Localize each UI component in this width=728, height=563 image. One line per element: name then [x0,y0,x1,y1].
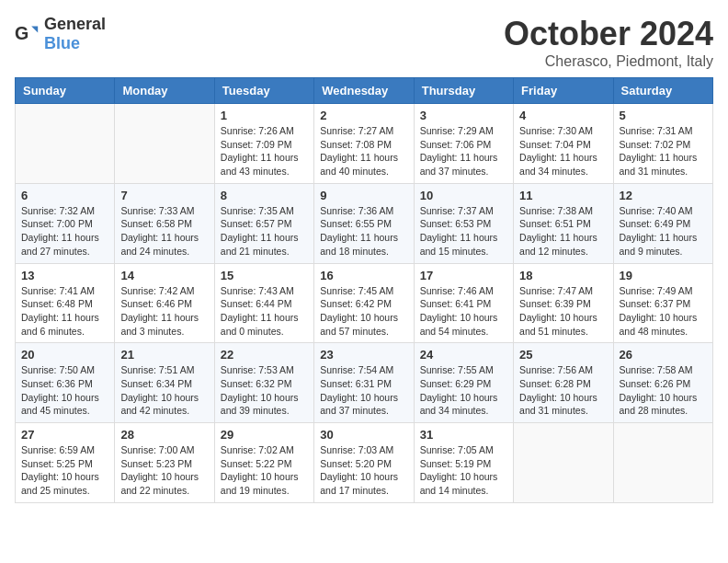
calendar-week-row: 20Sunrise: 7:50 AM Sunset: 6:36 PM Dayli… [16,343,713,423]
calendar-day-cell: 11Sunrise: 7:38 AM Sunset: 6:51 PM Dayli… [514,183,613,263]
calendar-day-cell: 23Sunrise: 7:54 AM Sunset: 6:31 PM Dayli… [314,343,414,423]
calendar-day-cell: 15Sunrise: 7:43 AM Sunset: 6:44 PM Dayli… [214,263,313,343]
day-number: 30 [320,428,407,442]
weekday-header: Tuesday [214,78,313,104]
calendar-day-cell: 28Sunrise: 7:00 AM Sunset: 5:23 PM Dayli… [115,423,214,503]
day-number: 2 [320,109,407,122]
logo-icon: G [15,21,40,47]
day-info: Sunrise: 7:05 AM Sunset: 5:19 PM Dayligh… [420,443,507,498]
day-info: Sunrise: 7:40 AM Sunset: 6:49 PM Dayligh… [620,204,707,259]
calendar-day-cell: 27Sunrise: 6:59 AM Sunset: 5:25 PM Dayli… [16,423,115,503]
calendar-day-cell: 10Sunrise: 7:37 AM Sunset: 6:53 PM Dayli… [414,183,513,263]
day-info: Sunrise: 7:41 AM Sunset: 6:48 PM Dayligh… [21,284,108,339]
day-number: 29 [221,428,308,442]
weekday-header: Thursday [414,78,513,104]
day-info: Sunrise: 7:33 AM Sunset: 6:58 PM Dayligh… [120,204,208,259]
location: Cherasco, Piedmont, Italy [504,53,713,70]
day-number: 13 [21,269,108,282]
page-header: G General Blue October 2024 Cherasco, Pi… [15,15,713,70]
day-number: 3 [420,109,507,122]
calendar-day-cell [514,423,613,503]
day-number: 12 [620,189,707,202]
day-number: 11 [519,189,607,202]
day-number: 25 [519,348,607,362]
calendar-day-cell: 19Sunrise: 7:49 AM Sunset: 6:37 PM Dayli… [613,263,712,343]
calendar-week-row: 1Sunrise: 7:26 AM Sunset: 7:09 PM Daylig… [16,104,713,184]
day-info: Sunrise: 7:42 AM Sunset: 6:46 PM Dayligh… [120,284,208,339]
weekday-header: Wednesday [314,78,414,104]
day-info: Sunrise: 7:26 AM Sunset: 7:09 PM Dayligh… [221,124,308,178]
logo-text: General Blue [44,15,106,53]
day-number: 17 [420,269,507,282]
day-number: 10 [420,189,507,202]
day-number: 23 [320,348,407,362]
weekday-header: Friday [514,78,613,104]
logo: G General Blue [15,15,106,53]
day-number: 22 [221,348,308,362]
calendar-day-cell: 5Sunrise: 7:31 AM Sunset: 7:02 PM Daylig… [613,104,712,184]
calendar-day-cell: 26Sunrise: 7:58 AM Sunset: 6:26 PM Dayli… [613,343,712,423]
calendar-day-cell: 2Sunrise: 7:27 AM Sunset: 7:08 PM Daylig… [314,104,414,184]
logo-general: General [44,15,106,33]
day-info: Sunrise: 7:02 AM Sunset: 5:22 PM Dayligh… [221,443,308,498]
day-number: 31 [420,428,507,442]
month-title: October 2024 [504,15,713,53]
day-info: Sunrise: 7:51 AM Sunset: 6:34 PM Dayligh… [120,363,208,418]
calendar-day-cell: 24Sunrise: 7:55 AM Sunset: 6:29 PM Dayli… [414,343,513,423]
day-number: 9 [320,189,407,202]
day-info: Sunrise: 7:54 AM Sunset: 6:31 PM Dayligh… [320,363,407,418]
title-section: October 2024 Cherasco, Piedmont, Italy [504,15,713,70]
calendar-day-cell: 17Sunrise: 7:46 AM Sunset: 6:41 PM Dayli… [414,263,513,343]
day-info: Sunrise: 7:30 AM Sunset: 7:04 PM Dayligh… [519,124,607,178]
day-number: 15 [221,269,308,282]
day-info: Sunrise: 7:32 AM Sunset: 7:00 PM Dayligh… [21,204,108,259]
day-info: Sunrise: 6:59 AM Sunset: 5:25 PM Dayligh… [21,443,108,498]
day-info: Sunrise: 7:00 AM Sunset: 5:23 PM Dayligh… [120,443,208,498]
day-number: 26 [620,348,707,362]
day-info: Sunrise: 7:56 AM Sunset: 6:28 PM Dayligh… [519,363,607,418]
calendar-day-cell [115,104,214,184]
day-info: Sunrise: 7:03 AM Sunset: 5:20 PM Dayligh… [320,443,407,498]
day-info: Sunrise: 7:36 AM Sunset: 6:55 PM Dayligh… [320,204,407,259]
calendar-week-row: 13Sunrise: 7:41 AM Sunset: 6:48 PM Dayli… [16,263,713,343]
day-info: Sunrise: 7:27 AM Sunset: 7:08 PM Dayligh… [320,124,407,178]
calendar-day-cell: 6Sunrise: 7:32 AM Sunset: 7:00 PM Daylig… [16,183,115,263]
day-info: Sunrise: 7:55 AM Sunset: 6:29 PM Dayligh… [420,363,507,418]
weekday-header: Saturday [613,78,712,104]
day-number: 19 [620,269,707,282]
calendar-day-cell: 31Sunrise: 7:05 AM Sunset: 5:19 PM Dayli… [414,423,513,503]
calendar-day-cell: 4Sunrise: 7:30 AM Sunset: 7:04 PM Daylig… [514,104,613,184]
calendar-table: SundayMondayTuesdayWednesdayThursdayFrid… [15,77,713,503]
day-number: 5 [620,109,707,122]
day-info: Sunrise: 7:58 AM Sunset: 6:26 PM Dayligh… [620,363,707,418]
calendar-day-cell: 12Sunrise: 7:40 AM Sunset: 6:49 PM Dayli… [613,183,712,263]
calendar-day-cell: 21Sunrise: 7:51 AM Sunset: 6:34 PM Dayli… [115,343,214,423]
calendar-day-cell [613,423,712,503]
day-number: 21 [120,348,208,362]
calendar-day-cell [16,104,115,184]
day-info: Sunrise: 7:43 AM Sunset: 6:44 PM Dayligh… [221,284,308,339]
calendar-day-cell: 9Sunrise: 7:36 AM Sunset: 6:55 PM Daylig… [314,183,414,263]
day-info: Sunrise: 7:49 AM Sunset: 6:37 PM Dayligh… [620,284,707,339]
day-info: Sunrise: 7:35 AM Sunset: 6:57 PM Dayligh… [221,204,308,259]
weekday-header: Monday [115,78,214,104]
calendar-day-cell: 7Sunrise: 7:33 AM Sunset: 6:58 PM Daylig… [115,183,214,263]
svg-marker-1 [31,27,38,33]
day-info: Sunrise: 7:31 AM Sunset: 7:02 PM Dayligh… [620,124,707,178]
calendar-day-cell: 3Sunrise: 7:29 AM Sunset: 7:06 PM Daylig… [414,104,513,184]
calendar-day-cell: 22Sunrise: 7:53 AM Sunset: 6:32 PM Dayli… [214,343,313,423]
day-number: 18 [519,269,607,282]
day-info: Sunrise: 7:45 AM Sunset: 6:42 PM Dayligh… [320,284,407,339]
calendar-day-cell: 18Sunrise: 7:47 AM Sunset: 6:39 PM Dayli… [514,263,613,343]
day-number: 14 [120,269,208,282]
calendar-day-cell: 1Sunrise: 7:26 AM Sunset: 7:09 PM Daylig… [214,104,313,184]
day-number: 28 [120,428,208,442]
day-info: Sunrise: 7:46 AM Sunset: 6:41 PM Dayligh… [420,284,507,339]
calendar-day-cell: 30Sunrise: 7:03 AM Sunset: 5:20 PM Dayli… [314,423,414,503]
calendar-week-row: 6Sunrise: 7:32 AM Sunset: 7:00 PM Daylig… [16,183,713,263]
calendar-day-cell: 14Sunrise: 7:42 AM Sunset: 6:46 PM Dayli… [115,263,214,343]
day-number: 20 [21,348,108,362]
day-number: 16 [320,269,407,282]
day-number: 24 [420,348,507,362]
svg-text:G: G [15,23,28,43]
